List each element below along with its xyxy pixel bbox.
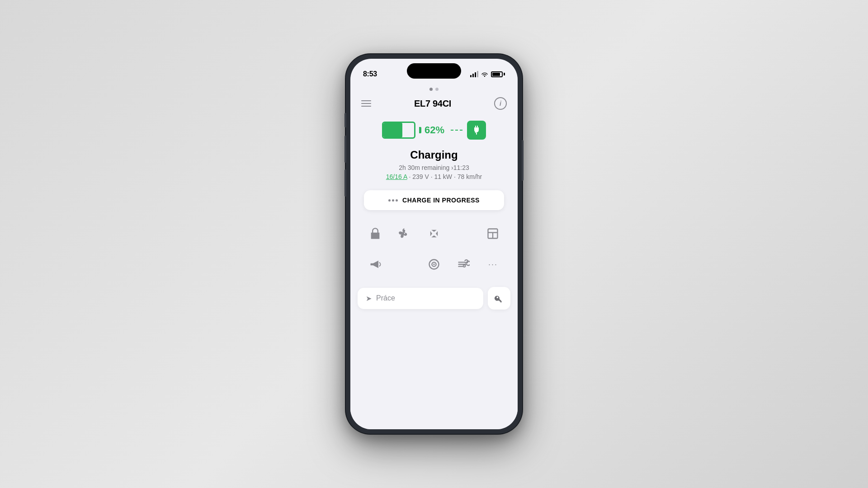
target-control[interactable] bbox=[423, 254, 445, 274]
phone-wrapper: 8:53 bbox=[346, 54, 522, 434]
status-time: 8:53 bbox=[363, 70, 377, 78]
horn-control[interactable] bbox=[364, 254, 386, 274]
page-dot-2 bbox=[435, 88, 439, 91]
car-title: EL7 94CI bbox=[414, 99, 451, 109]
key-icon bbox=[494, 293, 504, 303]
app-content: EL7 94CI i 62% bbox=[350, 83, 518, 429]
amperage-link[interactable]: 16/16 A bbox=[386, 173, 407, 180]
battery-indicator bbox=[491, 71, 505, 77]
window-control[interactable] bbox=[482, 224, 504, 244]
svg-rect-2 bbox=[476, 132, 477, 135]
signal-icon bbox=[470, 71, 478, 77]
controls-row-1 bbox=[350, 224, 518, 244]
search-input[interactable]: ➤ Práce bbox=[358, 288, 483, 309]
car-battery bbox=[382, 122, 418, 139]
info-icon: i bbox=[500, 100, 501, 107]
charge-in-progress-button[interactable]: CHARGE IN PROGRESS bbox=[364, 190, 504, 210]
lock-control[interactable] bbox=[364, 224, 386, 244]
power-button[interactable] bbox=[522, 140, 524, 181]
charging-time: 2h 30m remaining ›11:23 bbox=[399, 164, 469, 171]
charging-plug-icon bbox=[467, 121, 486, 140]
empty-control bbox=[393, 254, 415, 274]
defrost-control[interactable] bbox=[423, 224, 445, 244]
rear-defrost-control[interactable] bbox=[453, 224, 475, 244]
page-dot-1 bbox=[429, 88, 433, 91]
controls-row-2: ··· bbox=[350, 254, 518, 274]
page-indicators bbox=[429, 88, 439, 91]
battery-section: 62% bbox=[382, 121, 486, 140]
more-control[interactable]: ··· bbox=[482, 254, 504, 274]
wifi-icon bbox=[481, 71, 488, 77]
search-bar: ➤ Práce bbox=[358, 287, 510, 310]
charging-line bbox=[451, 121, 486, 140]
mute-button[interactable] bbox=[344, 113, 346, 127]
volume-down-button[interactable] bbox=[344, 169, 346, 197]
key-button[interactable] bbox=[488, 287, 510, 310]
three-dots-icon bbox=[388, 199, 398, 202]
svg-point-8 bbox=[433, 263, 435, 265]
charge-button-label: CHARGE IN PROGRESS bbox=[402, 197, 480, 204]
search-placeholder: Práce bbox=[376, 294, 395, 302]
svg-rect-1 bbox=[477, 126, 478, 127]
phone-screen: 8:53 bbox=[350, 59, 518, 429]
dynamic-island bbox=[407, 63, 461, 79]
volume-up-button[interactable] bbox=[344, 136, 346, 163]
status-bar: 8:53 bbox=[350, 59, 518, 83]
fan-control[interactable] bbox=[393, 224, 415, 244]
charging-details: 16/16 A · 239 V · 11 kW · 78 km/hr bbox=[386, 173, 482, 180]
wind-control[interactable] bbox=[453, 254, 475, 274]
status-icons bbox=[470, 71, 505, 77]
charging-specs: · 239 V · 11 kW · 78 km/hr bbox=[409, 173, 482, 180]
svg-rect-0 bbox=[475, 126, 476, 127]
battery-percentage: 62% bbox=[425, 124, 444, 136]
header: EL7 94CI i bbox=[350, 97, 518, 110]
info-button[interactable]: i bbox=[494, 97, 507, 110]
menu-button[interactable] bbox=[361, 100, 371, 107]
charging-title: Charging bbox=[410, 149, 458, 161]
navigation-icon: ➤ bbox=[366, 294, 372, 303]
